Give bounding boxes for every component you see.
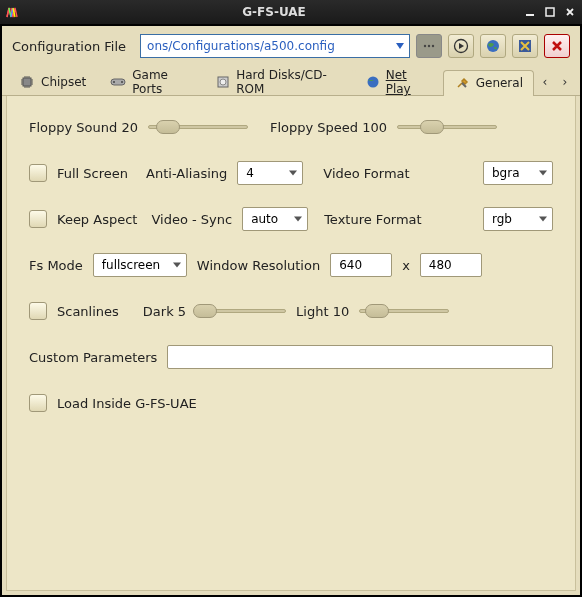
tab-general[interactable]: General	[443, 70, 534, 96]
chip-icon	[19, 74, 35, 90]
tab-hard-disks[interactable]: Hard Disks/CD-ROM	[205, 69, 353, 95]
svg-point-2	[424, 45, 426, 47]
window-buttons	[522, 4, 578, 20]
svg-rect-0	[526, 14, 534, 16]
light-slider[interactable]	[359, 303, 449, 319]
general-panel: Floppy Sound 20 Floppy Speed 100 Full Sc…	[6, 96, 576, 591]
tools-button[interactable]	[512, 34, 538, 58]
texture-format-select-wrap: rgb	[483, 207, 553, 231]
video-sync-select[interactable]: auto	[242, 207, 308, 231]
tab-next-button[interactable]: ›	[556, 71, 574, 93]
svg-point-11	[121, 81, 123, 83]
window-title: G-FS-UAE	[26, 5, 522, 19]
window-height-input[interactable]	[420, 253, 482, 277]
tab-nav: ‹ ›	[536, 71, 574, 93]
tab-general-label: General	[476, 76, 523, 90]
video-format-select-wrap: bgra	[483, 161, 553, 185]
tab-prev-button[interactable]: ‹	[536, 71, 554, 93]
window-width-input[interactable]	[330, 253, 392, 277]
resolution-x-label: x	[402, 258, 410, 273]
config-file-select-wrap	[140, 34, 410, 58]
full-screen-label: Full Screen	[57, 166, 128, 181]
full-screen-checkbox[interactable]	[29, 164, 47, 182]
floppy-sound-label: Floppy Sound 20	[29, 120, 138, 135]
svg-rect-8	[23, 78, 31, 86]
config-file-label: Configuration File	[12, 39, 126, 54]
video-sync-label: Video - Sync	[151, 212, 232, 227]
keep-aspect-checkbox[interactable]	[29, 210, 47, 228]
row-custom-params: Custom Parameters	[29, 344, 553, 370]
tab-net-play[interactable]: Net Play	[355, 69, 441, 95]
maximize-button[interactable]	[542, 4, 558, 20]
row-load-inside: Load Inside G-FS-UAE	[29, 390, 553, 416]
config-file-select[interactable]	[140, 34, 410, 58]
row-floppy: Floppy Sound 20 Floppy Speed 100	[29, 114, 553, 140]
anti-aliasing-select[interactable]: 4	[237, 161, 303, 185]
svg-point-3	[428, 45, 430, 47]
svg-point-14	[367, 77, 378, 88]
row-scanlines: Scanlines Dark 5 Light 10	[29, 298, 553, 324]
window-resolution-label: Window Resolution	[197, 258, 320, 273]
keep-aspect-label: Keep Aspect	[57, 212, 137, 227]
tab-net-play-label: Net Play	[386, 68, 430, 96]
dark-label: Dark 5	[143, 304, 186, 319]
row-keep-aspect: Keep Aspect Video - Sync auto Texture Fo…	[29, 206, 553, 232]
custom-params-input[interactable]	[167, 345, 553, 369]
load-inside-checkbox[interactable]	[29, 394, 47, 412]
video-sync-select-wrap: auto	[242, 207, 308, 231]
app-icon	[4, 4, 20, 20]
network-icon	[366, 74, 380, 90]
video-format-select[interactable]: bgra	[483, 161, 553, 185]
window: G-FS-UAE Configuration File	[0, 0, 582, 597]
close-button[interactable]	[562, 4, 578, 20]
fs-mode-select[interactable]: fullscreen	[93, 253, 187, 277]
play-button[interactable]	[448, 34, 474, 58]
anti-aliasing-select-wrap: 4	[237, 161, 303, 185]
tab-chipset[interactable]: Chipset	[8, 69, 97, 95]
titlebar: G-FS-UAE	[0, 0, 582, 24]
fs-mode-label: Fs Mode	[29, 258, 83, 273]
tabbar: Chipset Game Ports Hard Disks/CD-ROM Net…	[2, 68, 580, 96]
svg-point-10	[113, 81, 115, 83]
content: Configuration File Chipset	[0, 24, 582, 597]
video-format-label: Video Format	[323, 166, 409, 181]
browse-button[interactable]	[416, 34, 442, 58]
svg-point-13	[220, 79, 226, 85]
toolbar: Configuration File	[2, 26, 580, 68]
scanlines-label: Scanlines	[57, 304, 119, 319]
tab-hard-disks-label: Hard Disks/CD-ROM	[236, 68, 341, 96]
light-label: Light 10	[296, 304, 349, 319]
quit-button[interactable]	[544, 34, 570, 58]
load-inside-label: Load Inside G-FS-UAE	[57, 396, 197, 411]
dark-slider[interactable]	[196, 303, 286, 319]
floppy-speed-slider[interactable]	[397, 119, 497, 135]
tab-chipset-label: Chipset	[41, 75, 86, 89]
custom-params-label: Custom Parameters	[29, 350, 157, 365]
tab-game-ports[interactable]: Game Ports	[99, 69, 203, 95]
tools-icon	[454, 75, 470, 91]
scanlines-checkbox[interactable]	[29, 302, 47, 320]
globe-button[interactable]	[480, 34, 506, 58]
svg-rect-1	[546, 8, 554, 16]
floppy-speed-label: Floppy Speed 100	[270, 120, 387, 135]
floppy-sound-slider[interactable]	[148, 119, 248, 135]
disk-icon	[216, 74, 230, 90]
gamepad-icon	[110, 74, 126, 90]
fs-mode-select-wrap: fullscreen	[93, 253, 187, 277]
minimize-button[interactable]	[522, 4, 538, 20]
row-fullscreen: Full Screen Anti-Aliasing 4 Video Format…	[29, 160, 553, 186]
anti-aliasing-label: Anti-Aliasing	[146, 166, 227, 181]
tab-game-ports-label: Game Ports	[132, 68, 192, 96]
svg-point-4	[432, 45, 434, 47]
texture-format-select[interactable]: rgb	[483, 207, 553, 231]
texture-format-label: Texture Format	[324, 212, 422, 227]
row-fs-mode: Fs Mode fullscreen Window Resolution x	[29, 252, 553, 278]
